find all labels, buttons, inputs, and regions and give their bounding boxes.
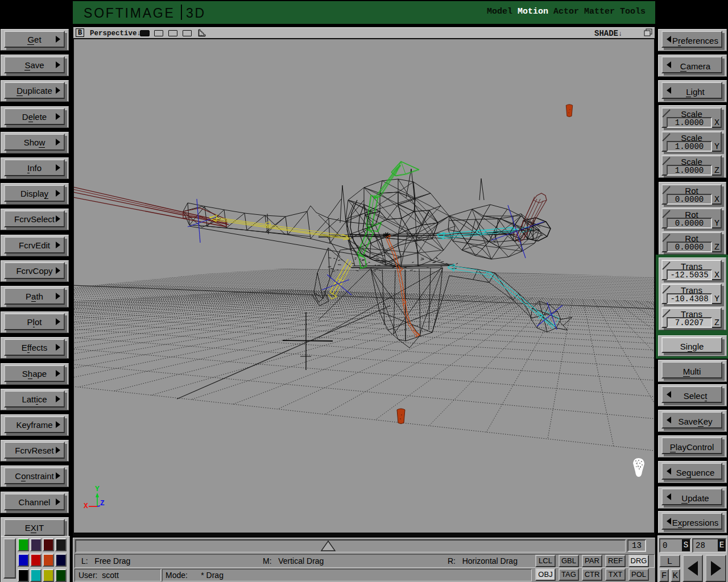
- svg-text:X: X: [84, 502, 88, 510]
- svg-text:Y: Y: [95, 485, 100, 493]
- svg-text:Z: Z: [100, 499, 105, 508]
